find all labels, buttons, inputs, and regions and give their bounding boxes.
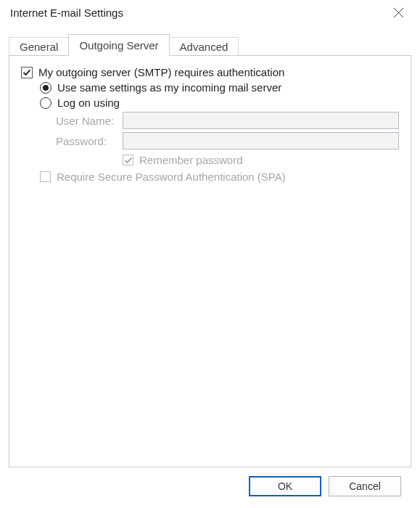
user-name-input[interactable] — [123, 112, 399, 129]
log-on-using-radio[interactable] — [40, 97, 52, 109]
dialog-buttons: OK Cancel — [9, 467, 411, 508]
checkmark-icon — [124, 156, 133, 165]
require-spa-label: Require Secure Password Authentication (… — [57, 171, 286, 183]
user-name-row: User Name: — [56, 112, 399, 129]
require-spa-checkbox — [40, 171, 51, 182]
remember-password-checkbox — [123, 155, 133, 165]
tabs: General Outgoing Server Advanced — [9, 32, 411, 55]
email-settings-dialog: Internet E-mail Settings General Outgoin… — [0, 0, 420, 508]
requires-auth-label: My outgoing server (SMTP) requires authe… — [38, 66, 284, 78]
require-spa-row: Require Secure Password Authentication (… — [40, 171, 399, 183]
ok-button[interactable]: OK — [249, 476, 321, 496]
dialog-body: General Outgoing Server Advanced My outg… — [0, 25, 420, 508]
use-same-row[interactable]: Use same settings as my incoming mail se… — [40, 81, 399, 94]
tab-outgoing-server[interactable]: Outgoing Server — [68, 34, 169, 56]
log-on-using-row[interactable]: Log on using — [40, 97, 399, 109]
tab-outgoing-label: Outgoing Server — [79, 39, 158, 52]
tab-advanced-label: Advanced — [180, 41, 228, 53]
remember-password-row: Remember password — [123, 154, 399, 166]
password-row: Password: — [56, 132, 399, 149]
dialog-title: Internet E-mail Settings — [10, 7, 123, 19]
titlebar: Internet E-mail Settings — [0, 0, 420, 25]
log-on-using-label: Log on using — [57, 97, 120, 109]
user-name-label: User Name: — [56, 115, 123, 127]
tab-panel-outgoing: My outgoing server (SMTP) requires authe… — [9, 55, 411, 467]
remember-password-label: Remember password — [139, 154, 243, 166]
password-input[interactable] — [123, 132, 399, 149]
use-same-label: Use same settings as my incoming mail se… — [57, 81, 281, 94]
password-label: Password: — [56, 135, 123, 147]
tab-advanced[interactable]: Advanced — [169, 37, 239, 56]
tab-general[interactable]: General — [9, 37, 69, 56]
cancel-button[interactable]: Cancel — [329, 476, 401, 496]
checkmark-icon — [22, 68, 31, 77]
tab-general-label: General — [20, 41, 58, 53]
close-icon — [394, 8, 403, 17]
ok-button-label: OK — [278, 480, 292, 492]
requires-auth-checkbox[interactable] — [21, 67, 33, 78]
cancel-button-label: Cancel — [349, 480, 381, 492]
use-same-radio[interactable] — [40, 82, 52, 94]
close-button[interactable] — [384, 2, 413, 22]
requires-auth-row[interactable]: My outgoing server (SMTP) requires authe… — [21, 66, 399, 78]
